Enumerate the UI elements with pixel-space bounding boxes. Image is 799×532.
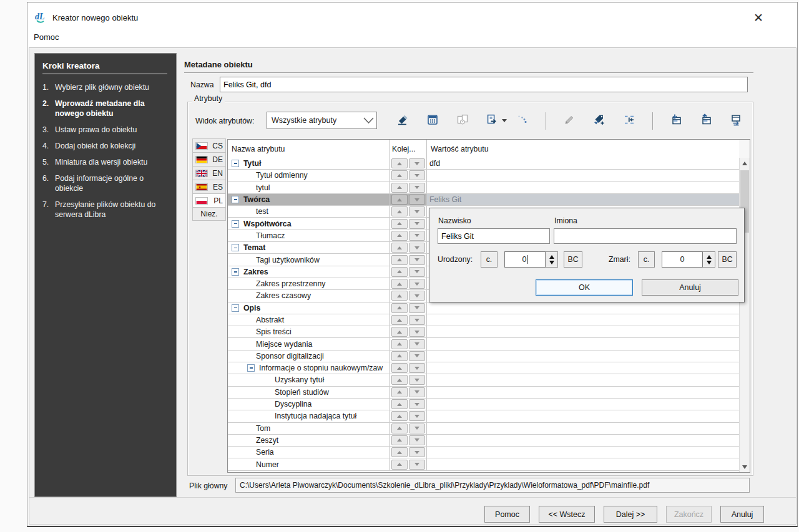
move-up-button[interactable] bbox=[391, 183, 408, 193]
column-header-value[interactable]: Wartość atrybutu bbox=[427, 140, 740, 158]
move-up-button[interactable] bbox=[391, 435, 408, 445]
attribute-name-cell[interactable]: Współtwórca bbox=[228, 218, 390, 229]
surname-input[interactable] bbox=[438, 228, 550, 244]
attribute-value-cell[interactable]: dfd bbox=[427, 158, 739, 169]
toolbar-button-page-export-icon[interactable] bbox=[486, 114, 499, 128]
wizard-step-2[interactable]: 2.Wprowadź metadane dla nowego obiektu bbox=[42, 99, 170, 119]
table-row[interactable]: Instytucja nadająca tytuł bbox=[228, 410, 739, 422]
move-down-button[interactable] bbox=[409, 255, 425, 265]
attribute-name-cell[interactable]: Tom bbox=[228, 423, 390, 434]
attribute-name-cell[interactable]: Opis bbox=[228, 302, 390, 314]
died-year-spinner[interactable] bbox=[703, 251, 715, 268]
lang-tab-cs[interactable]: CS bbox=[192, 138, 226, 152]
lang-tab-en[interactable]: EN bbox=[192, 166, 226, 180]
move-down-button[interactable] bbox=[409, 399, 425, 409]
attribute-value-cell[interactable] bbox=[427, 182, 739, 193]
table-row[interactable]: TwórcaFeliks Git bbox=[228, 194, 739, 206]
attribute-name-cell[interactable]: Dyscyplina bbox=[228, 399, 390, 410]
move-down-button[interactable] bbox=[409, 315, 425, 325]
attribute-name-cell[interactable]: Numer bbox=[228, 458, 390, 470]
move-up-button[interactable] bbox=[391, 243, 408, 253]
ok-button[interactable]: OK bbox=[536, 279, 633, 296]
move-down-button[interactable] bbox=[409, 435, 425, 445]
object-name-input[interactable] bbox=[220, 77, 748, 92]
table-row[interactable]: Tom bbox=[228, 423, 739, 435]
attribute-name-cell[interactable]: Seria bbox=[228, 447, 390, 458]
move-down-button[interactable] bbox=[409, 411, 425, 421]
attribute-name-cell[interactable]: Zakres przestrzenny bbox=[228, 278, 390, 289]
attribute-name-cell[interactable]: Miejsce wydania bbox=[228, 338, 390, 349]
dropdown-arrow-icon[interactable] bbox=[502, 119, 507, 122]
cancel-button[interactable]: Anuluj bbox=[720, 506, 764, 523]
move-up-button[interactable] bbox=[391, 363, 408, 373]
attribute-name-cell[interactable]: Abstrakt bbox=[228, 314, 390, 326]
move-up-button[interactable] bbox=[391, 158, 408, 168]
died-circa-button[interactable]: c. bbox=[638, 251, 655, 268]
toolbar-button-tree-structure-icon[interactable] bbox=[622, 114, 636, 128]
collapse-expander-icon[interactable] bbox=[247, 364, 255, 372]
attribute-name-cell[interactable]: test bbox=[228, 206, 390, 217]
attribute-value-cell[interactable] bbox=[427, 387, 739, 398]
move-down-button[interactable] bbox=[409, 243, 425, 253]
attribute-value-cell[interactable] bbox=[427, 302, 739, 314]
toolbar-button-eraser-icon[interactable] bbox=[396, 114, 409, 128]
move-down-button[interactable] bbox=[409, 206, 425, 216]
collapse-expander-icon[interactable] bbox=[232, 244, 239, 251]
move-down-button[interactable] bbox=[409, 158, 425, 168]
lang-tab-es[interactable]: ES bbox=[192, 180, 226, 193]
attribute-value-cell[interactable] bbox=[427, 326, 739, 337]
attribute-name-cell[interactable]: Tytuł odmienny bbox=[228, 170, 390, 181]
move-up-button[interactable] bbox=[391, 327, 408, 337]
toolbar-button-tag-plus-icon[interactable] bbox=[592, 114, 606, 128]
toolbar-button-window-sync-icon[interactable] bbox=[729, 114, 743, 128]
popup-cancel-button[interactable]: Anuluj bbox=[642, 279, 738, 296]
vertical-scrollbar[interactable] bbox=[739, 158, 750, 472]
attribute-view-select[interactable]: Wszystkie atrybuty bbox=[267, 112, 377, 129]
attribute-name-cell[interactable]: Zakres czasowy bbox=[228, 290, 390, 301]
table-row[interactable]: Informacje o stopniu naukowym/zaw bbox=[228, 362, 739, 374]
collapse-expander-icon[interactable] bbox=[232, 268, 239, 276]
attribute-name-cell[interactable]: Spis treści bbox=[228, 326, 390, 337]
attribute-value-cell[interactable] bbox=[427, 338, 739, 349]
attribute-value-cell[interactable]: Feliks Git bbox=[427, 194, 739, 205]
move-up-button[interactable] bbox=[391, 387, 408, 397]
toolbar-button-window-upload-icon[interactable] bbox=[699, 114, 713, 128]
move-down-button[interactable] bbox=[409, 267, 425, 277]
move-down-button[interactable] bbox=[409, 219, 425, 229]
move-up-button[interactable] bbox=[391, 460, 408, 470]
born-year-spinner[interactable] bbox=[546, 251, 558, 268]
attribute-value-cell[interactable] bbox=[427, 458, 739, 470]
firstnames-input[interactable] bbox=[554, 228, 737, 244]
table-row[interactable]: Sponsor digitalizacji bbox=[228, 351, 739, 362]
move-down-button[interactable] bbox=[409, 351, 425, 361]
attribute-value-cell[interactable] bbox=[427, 447, 739, 458]
column-header-name[interactable]: Nazwa atrybutu bbox=[228, 140, 390, 158]
toolbar-button-window-download-icon[interactable] bbox=[669, 114, 683, 128]
attribute-name-cell[interactable]: tytul bbox=[228, 182, 390, 193]
move-up-button[interactable] bbox=[391, 170, 408, 180]
move-up-button[interactable] bbox=[391, 267, 408, 277]
move-up-button[interactable] bbox=[391, 411, 408, 421]
wizard-step-7[interactable]: 7.Przesyłanie plików obiektu do serwera … bbox=[42, 200, 170, 220]
table-row[interactable]: Abstrakt bbox=[228, 314, 739, 326]
wizard-step-3[interactable]: 3.Ustaw prawa do obiektu bbox=[42, 125, 170, 135]
attribute-name-cell[interactable]: Zeszyt bbox=[228, 435, 390, 446]
menu-item-pomoc[interactable]: Pomoc bbox=[31, 31, 61, 43]
attribute-value-cell[interactable] bbox=[427, 170, 739, 181]
attribute-name-cell[interactable]: Uzyskany tytuł bbox=[228, 374, 390, 385]
move-down-button[interactable] bbox=[409, 303, 425, 313]
close-button[interactable]: ✕ bbox=[749, 9, 768, 26]
back-button[interactable]: << Wstecz bbox=[539, 506, 595, 523]
move-up-button[interactable] bbox=[391, 399, 408, 409]
move-down-button[interactable] bbox=[409, 447, 425, 457]
move-down-button[interactable] bbox=[409, 291, 425, 301]
next-button[interactable]: Dalej >> bbox=[604, 506, 657, 523]
column-header-order[interactable]: Kolej... bbox=[390, 140, 427, 158]
table-row[interactable]: Uzyskany tytuł bbox=[228, 374, 739, 386]
move-down-button[interactable] bbox=[409, 339, 425, 349]
table-row[interactable]: Opis bbox=[228, 302, 739, 314]
lang-tab-pl[interactable]: PL bbox=[192, 193, 226, 207]
move-up-button[interactable] bbox=[391, 339, 408, 349]
attribute-value-cell[interactable] bbox=[427, 374, 739, 385]
wizard-step-5[interactable]: 5.Miniatura dla wersji obiektu bbox=[42, 158, 170, 168]
